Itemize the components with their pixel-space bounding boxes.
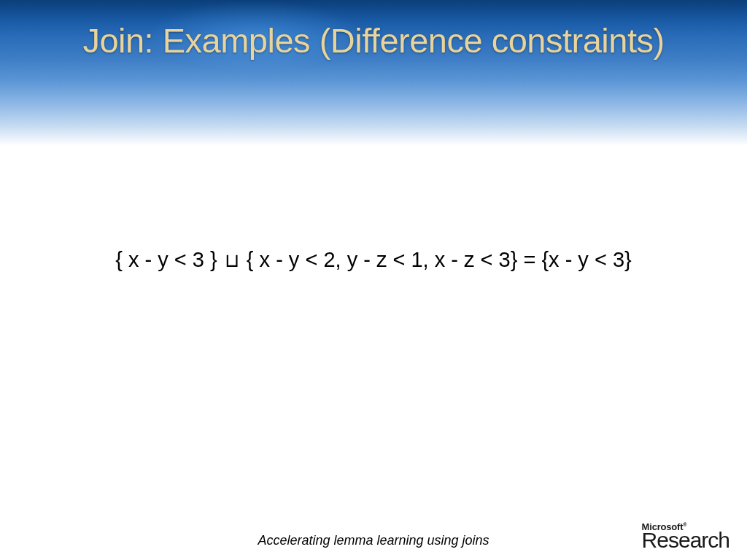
slide-title: Join: Examples (Difference constraints): [0, 20, 747, 61]
join-symbol: ⊔: [225, 249, 239, 272]
equation-left: { x - y < 3 }: [115, 248, 223, 271]
slide-content: { x - y < 3 } ⊔ { x - y < 2, y - z < 1, …: [0, 248, 747, 272]
logo-division: Research: [642, 530, 729, 550]
microsoft-research-logo: Microsoft® Research: [642, 522, 729, 550]
footer-caption: Accelerating lemma learning using joins: [0, 533, 747, 548]
equation-right: { x - y < 2, y - z < 1, x - z < 3} = {x …: [241, 248, 632, 271]
